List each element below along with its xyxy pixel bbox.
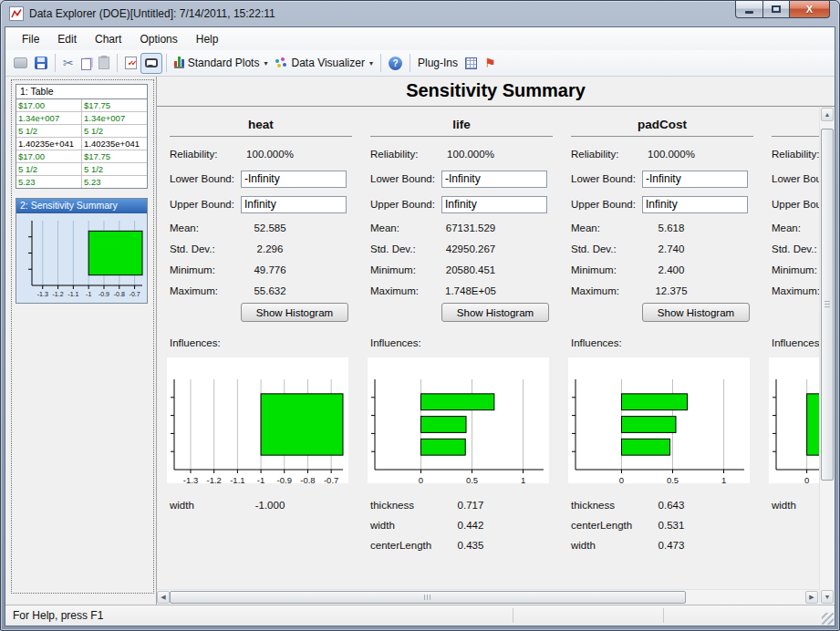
app-window: Data Explorer (DOE)[Untitled]: 7/14/2011… xyxy=(0,0,840,631)
influence-value: 0.717 xyxy=(416,500,525,511)
reliability-value: 100.000% xyxy=(617,149,726,160)
thumbnail-table[interactable]: 1: Table $17.00$17.751.34e+0071.34e+0075… xyxy=(16,84,148,189)
resize-grip[interactable] xyxy=(822,613,834,625)
svg-text:-1.2: -1.2 xyxy=(206,475,221,484)
mini-table-row: 5 1/25 1/2 xyxy=(16,125,147,138)
variable-name: life xyxy=(361,118,562,134)
scroll-down-arrow[interactable]: ▼ xyxy=(821,590,834,604)
mini-table: $17.00$17.751.34e+0071.34e+0075 1/25 1/2… xyxy=(16,99,147,188)
chevron-down-icon: ▾ xyxy=(264,59,267,67)
maximum-value: 12.375 xyxy=(617,285,726,296)
help-icon: ? xyxy=(389,57,402,70)
divider xyxy=(571,136,753,137)
influence-value: 0.435 xyxy=(416,540,525,551)
upper-bound-label: Upper Bound: xyxy=(170,199,234,210)
minimize-button[interactable] xyxy=(735,1,763,18)
mini-table-row: $17.00$17.75 xyxy=(16,150,147,163)
influences-label: Influences: xyxy=(170,337,361,351)
influence-value: -1.000 xyxy=(215,500,325,511)
toolbar: ✂ ✔✔ Standard Plots ▾ Data Visualizer ▾ … xyxy=(5,50,835,77)
svg-text:0: 0 xyxy=(619,475,624,484)
upper-bound-input[interactable] xyxy=(642,196,748,213)
chevron-down-icon: ▾ xyxy=(369,59,373,67)
plugin-grid-button[interactable] xyxy=(461,53,481,74)
menu-file[interactable]: File xyxy=(13,30,48,48)
toolbar-separator xyxy=(380,54,381,72)
toolbar-separator xyxy=(55,54,56,72)
mean-value: 67131.529 xyxy=(416,222,525,233)
mean-label: Mean: xyxy=(571,222,600,233)
vertical-scrollbar-thumb[interactable] xyxy=(821,129,834,481)
thumbnail-title[interactable]: 2: Sensitivity Summary xyxy=(16,199,147,213)
comment-toggle-button[interactable] xyxy=(140,53,162,74)
mini-table-cell: $17.00 xyxy=(16,150,82,162)
mini-table-cell: $17.00 xyxy=(16,99,82,111)
show-histogram-button[interactable]: Show Histogram xyxy=(241,303,348,322)
lower-bound-input[interactable] xyxy=(441,171,547,188)
mini-table-cell: 1.40235e+041 xyxy=(16,138,82,150)
divider xyxy=(170,136,352,137)
maximize-button[interactable] xyxy=(763,1,789,18)
minimum-value: 2.400 xyxy=(617,264,726,275)
bar-chart-icon xyxy=(174,57,184,68)
reliability-label: Reliability: xyxy=(370,149,418,160)
variable-column-life: life Reliability:100.000% Lower Bound: U… xyxy=(361,118,562,589)
mini-table-cell: 5.23 xyxy=(16,176,82,188)
data-visualizer-button[interactable]: Data Visualizer ▾ xyxy=(271,53,377,74)
app-icon xyxy=(9,6,24,21)
plugins-button[interactable]: Plug-Ins xyxy=(414,53,461,74)
mean-label: Mean: xyxy=(370,222,399,233)
scroll-up-arrow[interactable]: ▲ xyxy=(821,108,834,121)
influence-name: thickness xyxy=(370,500,414,511)
lower-bound-label: Lower Bound: xyxy=(170,173,234,184)
reliability-label: Reliability: xyxy=(772,149,819,160)
upper-bound-input[interactable] xyxy=(441,196,547,213)
open-button[interactable] xyxy=(10,53,31,74)
svg-text:-0.8: -0.8 xyxy=(114,291,125,297)
menu-edit[interactable]: Edit xyxy=(48,30,86,48)
mini-table-row: 5.235.23 xyxy=(16,176,147,188)
checklist-icon: ✔✔ xyxy=(125,57,137,69)
horizontal-scrollbar-thumb[interactable] xyxy=(170,591,686,604)
lower-bound-input[interactable] xyxy=(241,171,347,188)
menu-options[interactable]: Options xyxy=(130,30,186,48)
mini-table-cell: 1.40235e+041 xyxy=(82,138,147,150)
sensitivity-summary-panel: Sensitivity Summary heat Reliability:100… xyxy=(156,77,835,605)
svg-text:-1.3: -1.3 xyxy=(37,291,48,297)
std-dev-label: Std. Dev.: xyxy=(772,243,817,254)
save-button[interactable] xyxy=(31,53,51,74)
grid-icon xyxy=(465,57,477,69)
svg-text:-0.9: -0.9 xyxy=(99,291,109,297)
open-icon xyxy=(14,57,27,68)
standard-plots-button[interactable]: Standard Plots ▾ xyxy=(171,53,272,74)
influence-value: 0.643 xyxy=(617,500,726,511)
paste-button[interactable] xyxy=(95,53,113,74)
menu-chart[interactable]: Chart xyxy=(86,30,130,48)
mean-label: Mean: xyxy=(170,222,199,233)
help-button[interactable]: ? xyxy=(385,53,406,74)
lower-bound-input[interactable] xyxy=(642,171,748,188)
close-button[interactable]: X xyxy=(789,1,830,18)
influences-label: Influences: xyxy=(772,337,819,351)
checklist-button[interactable]: ✔✔ xyxy=(121,53,140,74)
mini-table-cell: 1.34e+007 xyxy=(82,112,147,124)
copy-button[interactable] xyxy=(78,53,95,74)
show-histogram-button[interactable]: Show Histogram xyxy=(441,303,549,322)
std-dev-value: 2.296 xyxy=(215,243,325,254)
upper-bound-label: Upper Bound: xyxy=(370,199,435,210)
caption-buttons: X xyxy=(735,1,830,18)
upper-bound-input[interactable] xyxy=(241,196,347,213)
page-title: Sensitivity Summary xyxy=(157,77,835,107)
vertical-scrollbar[interactable]: ▲ ▼ xyxy=(819,107,835,605)
reliability-label: Reliability: xyxy=(571,149,618,160)
show-histogram-button[interactable]: Show Histogram xyxy=(642,303,750,322)
thumbnail-sensitivity-summary[interactable]: 2: Sensitivity Summary -1.3-1.2-1.1-1-0.… xyxy=(16,198,148,304)
horizontal-scrollbar[interactable]: ◀ ▶ xyxy=(157,589,819,605)
thumbnail-title[interactable]: 1: Table xyxy=(16,85,147,99)
menu-help[interactable]: Help xyxy=(187,30,228,48)
scroll-left-arrow[interactable]: ◀ xyxy=(157,591,170,604)
scissors-icon: ✂ xyxy=(63,56,74,70)
scroll-right-arrow[interactable]: ▶ xyxy=(805,591,818,604)
cut-button[interactable]: ✂ xyxy=(59,53,78,74)
plugin-flag-button[interactable]: ⚑ xyxy=(481,53,500,74)
